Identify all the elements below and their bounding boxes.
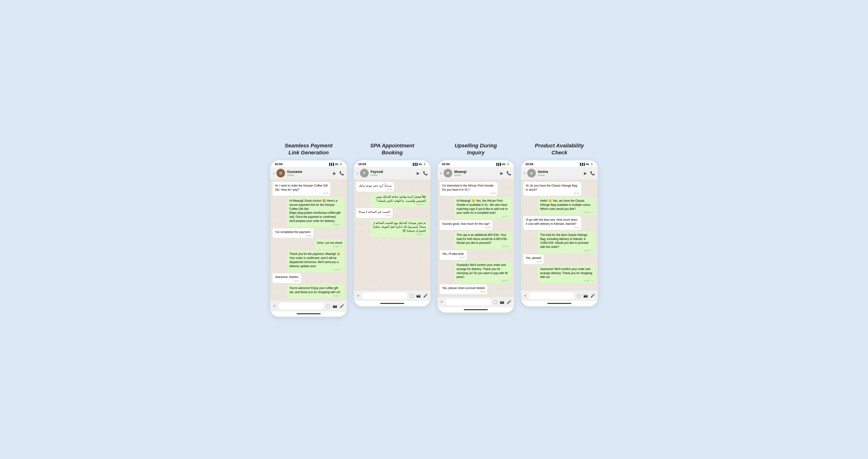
message-time: 15:40: [490, 192, 495, 195]
chat-body: Hi, do you have the Classic Kitenge Bag …: [521, 180, 598, 290]
message-bubble: I've completed the payment.12:40: [273, 228, 313, 238]
message-time: 12:40 ✓✓: [584, 249, 593, 252]
phone-frame-0: 10:04 ▐▐▐ 4G 🔋 ‹ O Oussama online ▶ 📞 Hi…: [270, 161, 347, 317]
status-bar: 10:04 ▐▐▐ 4G 🔋: [354, 161, 431, 167]
message-bubble: Yes, I'll take both.15:47: [440, 250, 467, 260]
phone-frame-3: 10:04 ▐▐▐ 4G 🔋 ‹ A Amina online ▶ 📞 Hi, …: [521, 161, 598, 306]
message-text: Yes, I'll take both.: [442, 252, 465, 256]
message-text: hmm, Let me check: [317, 241, 342, 245]
message-time: 12:40 ✓✓: [333, 268, 343, 271]
message-text: You're welcome! Enjoy your coffee gift s…: [289, 286, 340, 294]
sticker-icon[interactable]: ◯: [577, 293, 581, 298]
input-icons: ◯ 📷 🎤: [577, 293, 595, 298]
message-text: مرحباً، أريد حجز موعد تدليك: [359, 184, 392, 188]
phone-icon[interactable]: 📞: [506, 171, 512, 175]
message-input[interactable]: [445, 298, 491, 305]
back-arrow[interactable]: ‹: [273, 171, 275, 176]
contact-status: online: [454, 174, 498, 176]
back-arrow[interactable]: ‹: [356, 171, 358, 176]
message-time: 12:40: [387, 188, 392, 191]
message-text: Sounds good, how much for the cap?: [442, 222, 490, 226]
message-time: 12:40 ✓✓: [584, 211, 593, 214]
phone-icon[interactable]: 📞: [339, 171, 344, 175]
chat-header: ‹ A Amina online ▶ 📞: [521, 167, 598, 180]
message-text: Hello! 😊 Yes, we have the Classic Kiteng…: [540, 199, 591, 211]
header-info: Amina online: [538, 170, 582, 176]
status-bar: 10:04 ▐▐▐ 4G 🔋: [437, 161, 514, 167]
status-time: 10:04: [525, 162, 533, 166]
back-arrow[interactable]: ‹: [524, 171, 525, 176]
status-bar: 10:04 ▐▐▐ 4G 🔋: [521, 161, 598, 167]
message-bubble: Hi, do you have the Classic Kitenge Bag …: [523, 182, 581, 196]
message-text: Hi, do you have the Classic Kitenge Bag …: [526, 184, 577, 191]
chat-header: ‹ M Mwangi online ▶ 📞: [437, 167, 514, 180]
network-icon: 4G: [418, 163, 422, 166]
phone-title-2: Upselling DuringInquiry: [455, 142, 497, 156]
phone-title-3: Product AvailabilityCheck: [535, 142, 584, 156]
video-icon[interactable]: ▶: [417, 171, 420, 175]
message-time: 12:40: [574, 226, 579, 229]
message-bubble: Hello! 😊 Yes, we have the Classic Kiteng…: [538, 197, 595, 215]
sticker-icon[interactable]: ◯: [326, 304, 330, 308]
video-icon[interactable]: ▶: [584, 171, 587, 175]
camera-icon[interactable]: 📷: [500, 300, 504, 304]
camera-icon[interactable]: 📷: [416, 293, 421, 298]
home-bar: [380, 303, 404, 304]
page-wrapper: Seamless PaymentLink Generation 10:04 ▐▐…: [266, 142, 602, 317]
home-indicator: [354, 301, 431, 306]
add-icon[interactable]: +: [524, 293, 527, 298]
input-bar: + ◯ 📷 🎤: [354, 290, 431, 301]
mic-icon[interactable]: 🎤: [507, 300, 512, 304]
input-bar: + ◯ 📷 🎤: [270, 300, 347, 311]
mic-icon[interactable]: 🎤: [590, 293, 595, 298]
message-time: 12:40 ✓✓: [416, 233, 426, 236]
battery-icon: 🔋: [590, 163, 593, 166]
message-input[interactable]: [278, 303, 324, 310]
message-time: 12:40: [536, 260, 542, 263]
phone-icon[interactable]: 📞: [423, 171, 428, 175]
mic-icon[interactable]: 🎤: [340, 304, 344, 308]
message-bubble: السبت في الساعة ٤ مساءً12:42: [356, 208, 393, 218]
video-icon[interactable]: ▶: [333, 171, 336, 175]
back-arrow[interactable]: ‹: [440, 171, 442, 176]
add-icon[interactable]: +: [356, 293, 360, 298]
network-icon: 4G: [502, 163, 505, 166]
video-icon[interactable]: ▶: [500, 171, 503, 175]
add-icon[interactable]: +: [273, 303, 276, 309]
contact-name: Amina: [538, 170, 582, 174]
phone-icon[interactable]: 📞: [590, 171, 595, 175]
mic-icon[interactable]: 🎤: [423, 293, 428, 298]
message-bubble: The total for the blue Classic Kitenge B…: [538, 231, 595, 253]
header-icons: ▶ 📞: [584, 171, 595, 175]
add-icon[interactable]: +: [440, 299, 443, 305]
message-time: 12:40 ✓✓: [584, 279, 593, 282]
message-text: The cap is an additional 800 KSh. Your t…: [457, 233, 508, 245]
home-bar: [297, 313, 321, 314]
camera-icon[interactable]: 📷: [333, 304, 337, 308]
message-text: Hi, I want to order the Kenyan Coffee Gi…: [275, 184, 328, 191]
message-bubble: تم حجز موعدك للتدليك يوم السبت الساعة ٤ …: [371, 219, 428, 237]
avatar: M: [444, 169, 452, 177]
sticker-icon[interactable]: ◯: [410, 293, 414, 298]
header-info: Oussama online: [287, 170, 331, 176]
message-text: تم حجز موعدك للتدليك يوم السبت الساعة ٤ …: [373, 221, 426, 233]
camera-icon[interactable]: 📷: [583, 293, 588, 298]
status-icons: ▐▐▐ 4G 🔋: [328, 163, 343, 166]
message-time: 15:45 ✓: [502, 245, 510, 248]
message-time: 12:40 ✓✓: [333, 223, 343, 226]
message-input[interactable]: [362, 292, 407, 299]
status-bar: 10:04 ▐▐▐ 4G 🔋: [270, 161, 347, 167]
home-bar: [464, 309, 488, 310]
message-bubble: Yes, please!12:40: [523, 254, 544, 264]
message-bubble: I'm interested in the African Print Hood…: [440, 182, 497, 196]
message-bubble: You're welcome! Enjoy your coffee gift s…: [287, 284, 345, 298]
network-icon: 4G: [586, 163, 589, 166]
input-icons: ◯ 📷 🎤: [493, 300, 512, 304]
message-bubble: Awesome, thanks!12:40: [273, 274, 301, 283]
input-bar: + ◯ 📷 🎤: [521, 290, 598, 301]
phone-title-0: Seamless PaymentLink Generation: [285, 142, 332, 156]
sticker-icon[interactable]: ◯: [493, 300, 497, 304]
message-time: 15:45 ✓: [502, 279, 510, 282]
message-input[interactable]: [529, 292, 575, 299]
phone-title-1: SPA AppointmentBooking: [370, 142, 414, 156]
